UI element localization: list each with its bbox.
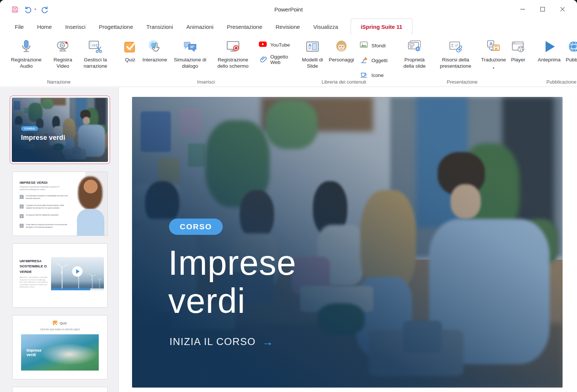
icone-button[interactable]: Icone bbox=[360, 70, 388, 80]
registra-video-button[interactable]: Registra Video bbox=[48, 38, 78, 71]
traduzione-dropdown-caret[interactable]: ▾ bbox=[493, 66, 495, 70]
slide-thumbnail-1[interactable]: CORSO Imprese verdi bbox=[10, 95, 110, 164]
start-course-link[interactable]: INIZIA IL CORSO → bbox=[169, 335, 274, 349]
tab-transizioni[interactable]: Transizioni bbox=[140, 18, 180, 35]
quiz-checkbox-icon bbox=[53, 321, 57, 325]
thumbnail-4-hint: Click the Quiz button to edit this objec… bbox=[13, 328, 107, 331]
ribbon-group-narrazione: Registrazione Audio Registra Video Gesti… bbox=[1, 35, 117, 87]
characters-icon bbox=[334, 39, 348, 54]
slide-properties-icon bbox=[408, 39, 422, 54]
redo-icon[interactable] bbox=[41, 5, 49, 13]
minimize-button[interactable] bbox=[519, 6, 526, 13]
microphone-icon bbox=[19, 39, 33, 54]
thumbnail-3-title: UN'IMPRESA SOSTENIBILE O VERDE bbox=[20, 258, 48, 274]
translation-icon: A bbox=[486, 39, 500, 54]
group-label-pubblicazione: Pubblicazione bbox=[532, 79, 577, 85]
undo-dropdown-caret[interactable]: ▾ bbox=[34, 7, 36, 11]
slide-templates-icon: A bbox=[306, 39, 320, 54]
thumbnail-3-video bbox=[51, 257, 104, 290]
dialog-simulation-icon bbox=[183, 39, 197, 54]
slide-thumbnail-4[interactable]: Quiz Click the Quiz button to edit this … bbox=[12, 315, 108, 379]
sfondi-button[interactable]: Sfondi bbox=[360, 41, 388, 50]
course-badge[interactable]: CORSO bbox=[169, 219, 223, 235]
ribbon-group-inserisci: Quiz Interazione Simulazione di dialogo … bbox=[117, 35, 295, 87]
ribbon: Registrazione Audio Registra Video Gesti… bbox=[0, 35, 577, 87]
tab-revisione[interactable]: Revisione bbox=[269, 18, 307, 35]
svg-text:A: A bbox=[489, 41, 493, 47]
oggetto-web-button[interactable]: Oggetto Web bbox=[259, 54, 290, 65]
slide-title[interactable]: Impreseverdi bbox=[168, 244, 297, 320]
webcam-icon bbox=[56, 39, 70, 54]
editing-canvas: CORSO Impreseverdi INIZIA IL CORSO → bbox=[119, 87, 577, 392]
oggetti-button[interactable]: Oggetti bbox=[360, 55, 388, 65]
preview-icon bbox=[542, 39, 557, 54]
risorsi-presentazione-button[interactable]: Risorsi della presentazione bbox=[433, 38, 479, 71]
gestisci-narrazione-button[interactable]: Gestisci la narrazione bbox=[78, 38, 113, 71]
thumbnail-4-overlay-title: Impreseverdi bbox=[27, 348, 41, 357]
icons-icon bbox=[360, 70, 368, 80]
thumbnail-2-item: 1It incorporates principles of sustainab… bbox=[20, 195, 69, 200]
anteprima-button[interactable]: Anteprima bbox=[535, 38, 563, 64]
registrazione-audio-button[interactable]: Registrazione Audio bbox=[4, 38, 48, 71]
slide-thumbnail-panel: CORSO Imprese verdi IMPRESE VERDI A busi… bbox=[0, 87, 119, 392]
slide-thumbnail-5[interactable] bbox=[12, 387, 108, 392]
slide-canvas[interactable]: CORSO Impreseverdi INIZIA IL CORSO → bbox=[132, 97, 563, 388]
window-controls bbox=[519, 6, 577, 13]
simulazione-dialogo-button[interactable]: Simulazione di dialogo bbox=[170, 38, 210, 71]
interaction-icon bbox=[148, 39, 162, 54]
tab-inserisci[interactable]: Inserisci bbox=[58, 18, 92, 35]
web-object-icon bbox=[259, 55, 267, 64]
youtube-button[interactable]: YouTube bbox=[259, 40, 290, 50]
undo-icon[interactable] bbox=[24, 5, 32, 13]
quick-access-toolbar: ▾ bbox=[0, 5, 49, 13]
tab-progettazione[interactable]: Progettazione bbox=[92, 18, 140, 35]
quiz-icon bbox=[123, 39, 137, 54]
pubblica-button[interactable]: Pubblica bbox=[563, 38, 577, 64]
ribbon-group-presentazione: Proprietà della slide Risorsi della pres… bbox=[393, 35, 532, 87]
group-label-presentazione: Presentazione bbox=[393, 79, 532, 85]
video-progress-bar[interactable] bbox=[51, 288, 104, 290]
thumbnail-2-person-shirt bbox=[77, 209, 104, 236]
save-icon[interactable] bbox=[11, 6, 19, 13]
close-button[interactable] bbox=[559, 6, 566, 13]
interazione-button[interactable]: Interazione bbox=[140, 38, 170, 64]
player-button[interactable]: Player bbox=[509, 38, 528, 64]
slide-thumbnail-2[interactable]: IMPRESE VERDI A business is described as… bbox=[12, 172, 108, 236]
arrow-right-icon: → bbox=[262, 335, 274, 349]
traduzione-button[interactable]: A Traduzione ▾ bbox=[479, 38, 509, 71]
maximize-button[interactable] bbox=[539, 6, 546, 13]
backgrounds-icon bbox=[360, 41, 368, 50]
tab-visualizza[interactable]: Visualizza bbox=[307, 18, 345, 35]
registrazione-schermo-button[interactable]: Registrazione dello schermo bbox=[210, 38, 256, 71]
thumbnail-slide-title: Imprese verdi bbox=[21, 134, 65, 142]
modelli-slide-button[interactable]: A Modelli di Slide bbox=[299, 38, 326, 71]
presentation-resources-icon bbox=[449, 39, 463, 54]
play-button-icon[interactable] bbox=[72, 266, 82, 277]
thumbnail-2-title: IMPRESE VERDI bbox=[20, 181, 48, 185]
quiz-button[interactable]: Quiz bbox=[121, 38, 140, 64]
slide-thumbnail-3[interactable]: UN'IMPRESA SOSTENIBILE O VERDE A busines… bbox=[12, 243, 108, 308]
thumbnail-2-item: 2It supplies environmentally friendly pr… bbox=[20, 205, 69, 209]
personaggi-button[interactable]: Personaggi bbox=[326, 38, 357, 64]
thumbnail-4-image: Impreseverdi bbox=[21, 334, 99, 371]
content-area: CORSO Imprese verdi IMPRESE VERDI A busi… bbox=[0, 87, 577, 392]
youtube-icon bbox=[259, 40, 267, 50]
thumbnail-2-intro: A business is described as sustainable (… bbox=[20, 186, 63, 191]
tab-ispring-suite[interactable]: iSpring Suite 11 bbox=[351, 18, 412, 35]
video-progress-fill bbox=[51, 288, 90, 290]
thumbnail-4-header: Quiz bbox=[13, 321, 107, 325]
narration-manager-icon bbox=[88, 39, 102, 54]
svg-text:A: A bbox=[308, 43, 311, 47]
tab-file[interactable]: File bbox=[8, 18, 30, 35]
proprieta-slide-button[interactable]: Proprietà della slide bbox=[397, 38, 433, 71]
tab-home[interactable]: Home bbox=[30, 18, 58, 35]
screen-recording-icon bbox=[226, 39, 240, 54]
powerpoint-window: ▾ PowerPoint File Home Inserisci Progett… bbox=[0, 0, 577, 392]
tab-animazioni[interactable]: Animazioni bbox=[180, 18, 220, 35]
group-label-libreria: Libreria dei contenuti bbox=[295, 79, 393, 85]
tab-presentazione[interactable]: Presentazione bbox=[220, 18, 269, 35]
objects-icon bbox=[360, 55, 368, 65]
window-title: PowerPoint bbox=[0, 6, 577, 13]
ribbon-group-libreria: A Modelli di Slide Personaggi Sfondi Ogg… bbox=[295, 35, 393, 87]
title-bar: ▾ PowerPoint bbox=[0, 0, 577, 18]
